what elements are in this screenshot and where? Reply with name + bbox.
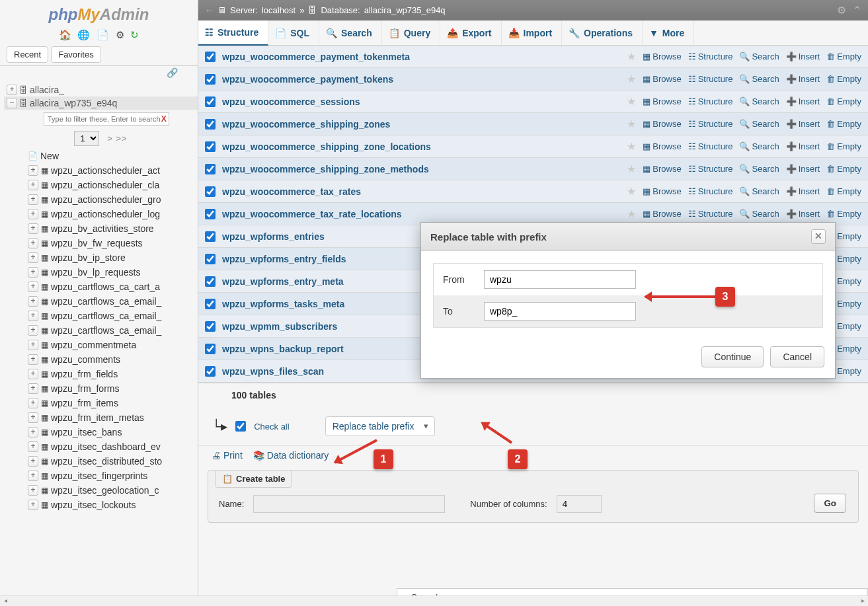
- check-all-label[interactable]: Check all: [254, 422, 289, 432]
- structure-link[interactable]: ☷Structure: [688, 74, 733, 84]
- search-link[interactable]: 🔍Search: [739, 209, 779, 219]
- expander-plus-icon[interactable]: +: [28, 223, 38, 234]
- collapse-topbar-icon[interactable]: ⌃: [853, 4, 861, 17]
- empty-link[interactable]: 🗑Empty: [826, 209, 861, 219]
- expander-plus-icon[interactable]: +: [28, 282, 38, 292]
- row-checkbox[interactable]: [205, 344, 216, 354]
- empty-link[interactable]: 🗑Empty: [826, 186, 861, 196]
- nav-table-item[interactable]: +▦wpzu_frm_item_metas: [4, 410, 198, 425]
- create-name-input[interactable]: [253, 495, 445, 513]
- table-browse-icon[interactable]: ▦: [41, 471, 48, 480]
- expander-plus-icon[interactable]: +: [28, 441, 38, 452]
- expander-plus-icon[interactable]: +: [28, 311, 38, 321]
- table-name-link[interactable]: wpzu_woocommerce_shipping_zones: [222, 119, 620, 130]
- table-browse-icon[interactable]: ▦: [41, 195, 48, 204]
- check-all-checkbox[interactable]: [235, 421, 246, 432]
- table-name-link[interactable]: wpzu_woocommerce_payment_tokenmeta: [222, 52, 620, 62]
- table-browse-icon[interactable]: ▦: [41, 442, 48, 451]
- favorite-star-icon[interactable]: ★: [627, 95, 636, 108]
- table-name-link[interactable]: wpzu_woocommerce_tax_rates: [222, 186, 620, 197]
- tab-sql[interactable]: 📄SQL: [268, 20, 319, 45]
- browse-link[interactable]: ▦Browse: [643, 141, 681, 151]
- expander-plus-icon[interactable]: +: [28, 398, 38, 408]
- browse-link[interactable]: ▦Browse: [643, 74, 681, 84]
- search-link[interactable]: 🔍Search: [739, 74, 779, 84]
- expander-plus-icon[interactable]: +: [28, 296, 38, 307]
- nav-table-item[interactable]: +▦wpzu_actionscheduler_act: [4, 163, 198, 178]
- table-browse-icon[interactable]: ▦: [41, 311, 48, 321]
- continue-button[interactable]: Continue: [701, 346, 764, 367]
- search-link[interactable]: 🔍Search: [739, 186, 779, 196]
- structure-link[interactable]: ☷Structure: [688, 186, 733, 196]
- nav-table-item[interactable]: +▦wpzu_itsec_bans: [4, 425, 198, 439]
- empty-link[interactable]: 🗑Empty: [826, 52, 861, 61]
- table-name-link[interactable]: wpzu_woocommerce_shipping_zone_methods: [222, 164, 620, 174]
- nav-table-item[interactable]: +▦wpzu_bv_activities_store: [4, 221, 198, 236]
- table-browse-icon[interactable]: ▦: [41, 239, 48, 248]
- home-icon[interactable]: 🏠: [59, 29, 71, 40]
- row-checkbox[interactable]: [205, 321, 216, 332]
- nav-table-item[interactable]: +▦wpzu_bv_fw_requests: [4, 236, 198, 250]
- server-link[interactable]: localhost: [262, 5, 296, 15]
- browse-link[interactable]: ▦Browse: [643, 209, 681, 219]
- favorite-star-icon[interactable]: ★: [627, 73, 636, 85]
- db-link[interactable]: allacira_wp735_e94q: [364, 5, 446, 15]
- row-checkbox[interactable]: [205, 141, 216, 152]
- nav-table-item[interactable]: +▦wpzu_frm_forms: [4, 381, 198, 396]
- expander-plus-icon[interactable]: +: [28, 500, 38, 510]
- favorite-star-icon[interactable]: ★: [627, 208, 636, 220]
- tab-import[interactable]: 📥Import: [502, 20, 563, 45]
- table-browse-icon[interactable]: ▦: [41, 457, 48, 466]
- nav-table-item[interactable]: +▦wpzu_cartflows_ca_email_: [4, 294, 198, 309]
- nav-table-item[interactable]: +▦wpzu_frm_items: [4, 396, 198, 410]
- cancel-button[interactable]: Cancel: [770, 346, 824, 367]
- search-link[interactable]: 🔍Search: [739, 96, 779, 106]
- favorite-star-icon[interactable]: ★: [627, 163, 636, 175]
- expander-plus-icon[interactable]: +: [28, 383, 38, 394]
- nav-table-item[interactable]: +▦wpzu_actionscheduler_cla: [4, 178, 198, 192]
- expander-plus-icon[interactable]: +: [28, 325, 38, 336]
- logo[interactable]: phpMyAdmin: [0, 0, 198, 26]
- insert-link[interactable]: ➕Insert: [786, 141, 820, 151]
- table-name-link[interactable]: wpzu_woocommerce_sessions: [222, 96, 620, 107]
- create-cols-input[interactable]: [557, 495, 602, 513]
- page-next-link[interactable]: > >>: [107, 133, 127, 143]
- nav-table-item[interactable]: +▦wpzu_comments: [4, 352, 198, 367]
- search-link[interactable]: 🔍Search: [739, 119, 779, 129]
- row-checkbox[interactable]: [205, 52, 216, 62]
- table-browse-icon[interactable]: ▦: [41, 166, 48, 175]
- collapse-sidebar-icon[interactable]: ←: [205, 5, 214, 15]
- structure-link[interactable]: ☷Structure: [688, 52, 733, 61]
- insert-link[interactable]: ➕Insert: [786, 164, 820, 174]
- tab-favorites[interactable]: Favorites: [51, 46, 100, 63]
- nav-table-item[interactable]: +▦wpzu_actionscheduler_gro: [4, 192, 198, 207]
- nav-table-item[interactable]: +▦wpzu_cartflows_ca_email_: [4, 309, 198, 323]
- data-dictionary-link[interactable]: 📚Data dictionary: [253, 450, 329, 461]
- print-link[interactable]: 🖨Print: [212, 450, 243, 461]
- empty-link[interactable]: 🗑Empty: [826, 119, 861, 129]
- filter-input[interactable]: [44, 112, 169, 126]
- table-browse-icon[interactable]: ▦: [41, 180, 48, 190]
- table-browse-icon[interactable]: ▦: [41, 297, 48, 306]
- table-browse-icon[interactable]: ▦: [41, 428, 48, 437]
- row-checkbox[interactable]: [205, 74, 216, 85]
- tab-recent[interactable]: Recent: [7, 46, 48, 63]
- dialog-close-button[interactable]: ✕: [811, 229, 826, 244]
- insert-link[interactable]: ➕Insert: [786, 119, 820, 129]
- dialog-header[interactable]: Replace table with prefix ✕: [421, 223, 835, 251]
- to-input[interactable]: [484, 302, 636, 321]
- structure-link[interactable]: ☷Structure: [688, 164, 733, 174]
- insert-link[interactable]: ➕Insert: [786, 52, 820, 61]
- nav-table-item[interactable]: +▦wpzu_itsec_dashboard_ev: [4, 439, 198, 454]
- browse-link[interactable]: ▦Browse: [643, 52, 681, 61]
- tab-structure[interactable]: ☷Structure: [198, 20, 268, 46]
- nav-table-item[interactable]: +▦wpzu_itsec_geolocation_c: [4, 483, 198, 498]
- expander-plus-icon[interactable]: +: [28, 238, 38, 248]
- table-browse-icon[interactable]: ▦: [41, 355, 48, 364]
- insert-link[interactable]: ➕Insert: [786, 209, 820, 219]
- nav-table-item[interactable]: +▦wpzu_frm_fields: [4, 367, 198, 381]
- browse-link[interactable]: ▦Browse: [643, 119, 681, 129]
- structure-link[interactable]: ☷Structure: [688, 209, 733, 219]
- search-link[interactable]: 🔍Search: [739, 164, 779, 174]
- expander-plus-icon[interactable]: +: [7, 85, 17, 95]
